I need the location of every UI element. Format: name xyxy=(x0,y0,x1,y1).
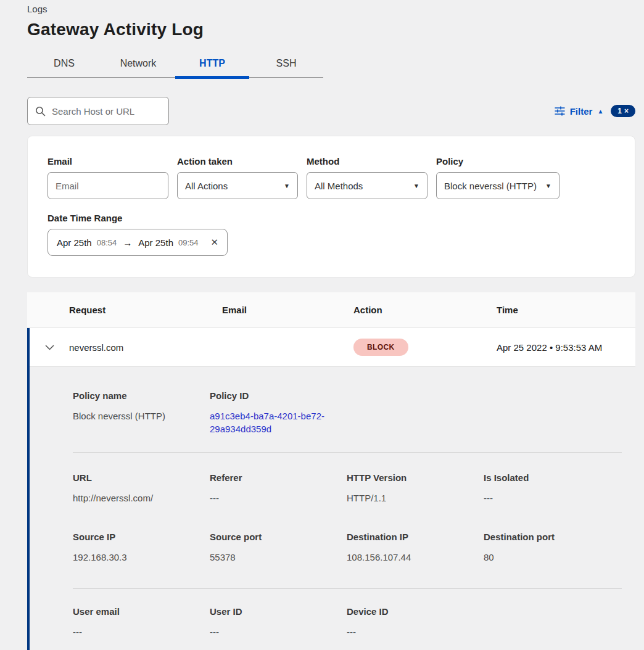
search-input[interactable] xyxy=(52,106,175,117)
method-select[interactable]: All Methods ▼ xyxy=(307,172,427,199)
detail-label: Policy name xyxy=(73,390,210,401)
filter-button[interactable]: Filter xyxy=(570,106,593,117)
filter-panel: Email Action taken All Actions ▼ Method … xyxy=(27,136,635,278)
method-value: All Methods xyxy=(315,181,363,191)
detail-field: Destination IP 108.156.107.44 xyxy=(347,532,484,564)
filter-controls: Filter ▲ 1 × xyxy=(555,105,635,117)
column-header-email: Email xyxy=(222,305,353,315)
chevron-down-icon xyxy=(45,345,54,350)
detail-field: HTTP Version HTTP/1.1 xyxy=(347,472,484,504)
detail-field: Is Isolated --- xyxy=(484,472,622,504)
detail-label: Referer xyxy=(210,472,347,483)
detail-value: --- xyxy=(73,625,210,638)
chevron-down-icon: ▼ xyxy=(413,183,419,189)
column-header-action: Action xyxy=(353,305,497,315)
time-cell: Apr 25 2022 • 9:53:53 AM xyxy=(497,342,635,353)
range-end-date[interactable]: Apr 25th xyxy=(138,237,173,248)
activity-log-table: Request Email Action Time neverssl.com B… xyxy=(27,292,635,650)
close-icon[interactable]: ✕ xyxy=(210,237,218,248)
detail-label: Source IP xyxy=(73,532,210,542)
clear-filters-icon[interactable]: × xyxy=(624,107,629,115)
network-section: Source IP 192.168.30.3 Source port 55378… xyxy=(73,532,622,564)
breadcrumb[interactable]: Logs xyxy=(27,2,635,14)
user-section: User email --- User ID --- Device ID --- xyxy=(73,606,622,638)
filter-count: 1 xyxy=(617,107,622,115)
arrow-right-icon: → xyxy=(123,237,132,248)
detail-field: Policy name Block neverssl (HTTP) xyxy=(73,390,210,435)
detail-label: Is Isolated xyxy=(484,472,622,483)
detail-label: User email xyxy=(73,606,210,617)
table-header-row: Request Email Action Time xyxy=(27,292,635,328)
detail-label: Device ID xyxy=(347,606,484,617)
filter-count-badge[interactable]: 1 × xyxy=(611,105,635,117)
detail-value: 192.168.30.3 xyxy=(73,551,210,564)
filter-sliders-icon[interactable] xyxy=(555,106,565,116)
detail-field: Source port 55378 xyxy=(210,532,347,564)
detail-field: Referer --- xyxy=(210,472,347,504)
detail-field: Policy ID a91c3eb4-ba7a-4201-be72-29a934… xyxy=(210,390,347,435)
method-filter: Method All Methods ▼ xyxy=(307,156,427,199)
range-end-time[interactable]: 09:54 xyxy=(178,238,199,247)
detail-label: Destination IP xyxy=(347,532,484,542)
detail-value: HTTP/1.1 xyxy=(347,492,484,504)
detail-label: Policy ID xyxy=(210,390,347,401)
section-divider xyxy=(73,588,622,589)
collapse-row-button[interactable] xyxy=(30,345,69,350)
detail-label: Destination port xyxy=(484,532,622,542)
page-title: Gateway Activity Log xyxy=(27,20,635,39)
action-taken-filter: Action taken All Actions ▼ xyxy=(177,156,298,199)
tab-ssh[interactable]: SSH xyxy=(249,51,323,77)
detail-value: --- xyxy=(210,625,347,638)
detail-value: Block neverssl (HTTP) xyxy=(73,409,210,422)
detail-field: URL http://neverssl.com/ xyxy=(73,472,210,504)
tab-http[interactable]: HTTP xyxy=(175,51,249,77)
range-start-time[interactable]: 08:54 xyxy=(97,238,117,247)
date-range-control[interactable]: Apr 25th 08:54 → Apr 25th 09:54 ✕ xyxy=(47,229,228,256)
detail-label: Source port xyxy=(210,532,347,542)
detail-value: 80 xyxy=(484,551,622,564)
column-header-request: Request xyxy=(69,305,222,315)
toolbar: Filter ▲ 1 × xyxy=(27,97,635,125)
action-cell: BLOCK xyxy=(353,339,497,356)
expanded-row-container: neverssl.com BLOCK Apr 25 2022 • 9:53:53… xyxy=(27,328,635,650)
date-range-label: Date Time Range xyxy=(47,213,615,223)
method-label: Method xyxy=(307,156,427,167)
detail-value: 55378 xyxy=(210,551,347,564)
row-details-panel: Policy name Block neverssl (HTTP) Policy… xyxy=(30,366,635,650)
detail-value: --- xyxy=(347,625,484,638)
detail-value: http://neverssl.com/ xyxy=(73,492,210,504)
email-filter: Email xyxy=(47,156,168,199)
request-cell: neverssl.com xyxy=(69,342,222,353)
detail-field: Source IP 192.168.30.3 xyxy=(73,532,210,564)
detail-value: 108.156.107.44 xyxy=(347,551,484,564)
tab-dns[interactable]: DNS xyxy=(27,51,101,77)
policy-filter: Policy Block neverssl (HTTP) ▼ xyxy=(436,156,559,199)
detail-value: --- xyxy=(484,492,622,504)
chevron-up-icon[interactable]: ▲ xyxy=(597,108,603,115)
tab-bar: DNS Network HTTP SSH xyxy=(27,51,323,78)
search-box[interactable] xyxy=(27,97,169,125)
action-taken-select[interactable]: All Actions ▼ xyxy=(177,172,298,199)
policy-select[interactable]: Block neverssl (HTTP) ▼ xyxy=(436,172,559,199)
policy-id-link[interactable]: a91c3eb4-ba7a-4201-be72-29a934dd359d xyxy=(210,409,333,435)
detail-field: User ID --- xyxy=(210,606,347,638)
detail-label: User ID xyxy=(210,606,347,617)
detail-label: HTTP Version xyxy=(347,472,484,483)
action-taken-value: All Actions xyxy=(185,181,228,191)
email-label: Email xyxy=(47,156,168,167)
table-row[interactable]: neverssl.com BLOCK Apr 25 2022 • 9:53:53… xyxy=(30,328,635,366)
policy-label: Policy xyxy=(436,156,559,167)
detail-field: User email --- xyxy=(73,606,210,638)
detail-label: URL xyxy=(73,472,210,483)
detail-field: Device ID --- xyxy=(347,606,484,638)
request-section: URL http://neverssl.com/ Referer --- HTT… xyxy=(73,472,622,504)
range-start-date[interactable]: Apr 25th xyxy=(57,237,92,248)
tab-network[interactable]: Network xyxy=(101,51,175,77)
email-field[interactable] xyxy=(47,172,168,199)
chevron-down-icon: ▼ xyxy=(284,183,290,189)
detail-value: --- xyxy=(210,492,347,504)
search-icon xyxy=(35,106,46,117)
policy-section: Policy name Block neverssl (HTTP) Policy… xyxy=(73,390,622,435)
section-divider xyxy=(73,452,622,453)
column-header-time: Time xyxy=(497,305,635,315)
